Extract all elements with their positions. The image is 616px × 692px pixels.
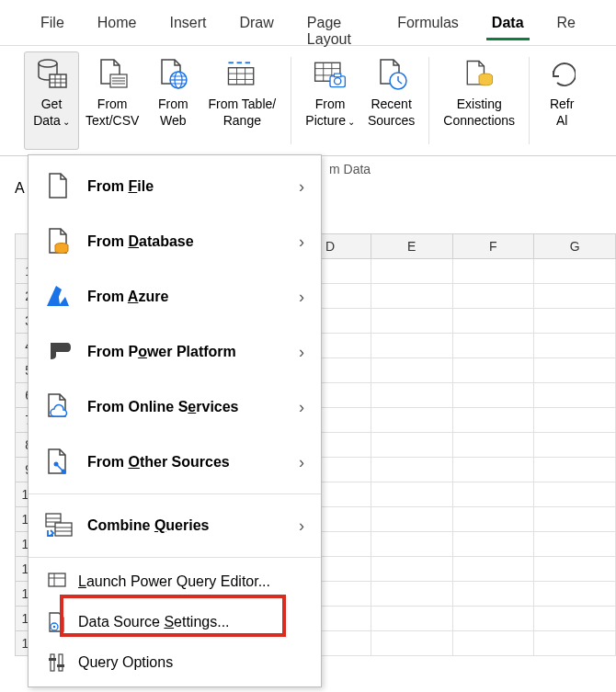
cell[interactable]	[534, 507, 616, 532]
menu-from-other-sources[interactable]: From Other Sources ›	[29, 435, 321, 490]
chevron-right-icon: ›	[299, 233, 304, 252]
cell[interactable]	[452, 284, 534, 309]
cell[interactable]	[371, 507, 452, 532]
cell[interactable]	[534, 334, 616, 358]
recent-sources-button[interactable]: Recent Sources	[361, 51, 421, 150]
tab-home[interactable]: Home	[81, 7, 154, 40]
cell[interactable]	[534, 557, 616, 582]
get-data-button[interactable]: Get Data⌄	[24, 51, 79, 150]
cell[interactable]	[452, 433, 534, 458]
menu-data-source-settings[interactable]: Data Source Settings...	[29, 602, 321, 642]
menu-label: From Online Services	[87, 399, 299, 415]
database-icon	[33, 56, 70, 93]
svg-line-38	[56, 464, 63, 471]
svg-rect-52	[49, 658, 56, 661]
cell[interactable]	[452, 482, 534, 507]
tab-insert[interactable]: Insert	[153, 7, 222, 40]
cell[interactable]	[534, 309, 616, 334]
cell[interactable]	[534, 631, 616, 656]
cell[interactable]	[452, 507, 534, 532]
cell[interactable]	[452, 607, 534, 631]
col-header[interactable]: G	[534, 234, 616, 259]
cell[interactable]	[534, 284, 616, 309]
menu-combine-queries[interactable]: Combine Queries ›	[29, 498, 321, 553]
menu-query-options[interactable]: Query Options	[29, 642, 321, 683]
cell[interactable]	[371, 557, 452, 582]
existing-connections-label: Existing Connections	[443, 96, 515, 129]
cell[interactable]	[534, 259, 616, 284]
cell[interactable]	[371, 433, 452, 458]
name-box[interactable]: A	[15, 180, 25, 197]
cell[interactable]	[452, 532, 534, 557]
cell[interactable]	[534, 607, 616, 631]
tab-formulas[interactable]: Formulas	[381, 7, 475, 40]
connections-icon	[461, 56, 497, 93]
cell[interactable]	[534, 383, 616, 408]
tab-draw[interactable]: Draw	[222, 7, 290, 40]
cell[interactable]	[534, 582, 616, 607]
cell[interactable]	[534, 532, 616, 557]
from-picture-button[interactable]: From Picture⌄	[299, 51, 361, 150]
cell[interactable]	[452, 557, 534, 582]
svg-rect-53	[57, 664, 64, 667]
chevron-right-icon: ›	[299, 453, 304, 472]
cell[interactable]	[452, 334, 534, 358]
col-header[interactable]: E	[371, 234, 452, 259]
cell[interactable]	[452, 309, 534, 334]
cell[interactable]	[534, 408, 616, 433]
cell[interactable]	[452, 458, 534, 482]
tab-file[interactable]: File	[24, 7, 81, 40]
cell[interactable]	[371, 631, 452, 656]
cell[interactable]	[371, 607, 452, 631]
cell[interactable]	[371, 582, 452, 607]
cell[interactable]	[371, 408, 452, 433]
cell[interactable]	[371, 532, 452, 557]
azure-icon	[43, 282, 74, 312]
svg-rect-1	[50, 74, 66, 87]
cell[interactable]	[371, 309, 452, 334]
cell[interactable]	[452, 383, 534, 408]
svg-rect-45	[49, 573, 65, 586]
cell[interactable]	[371, 482, 452, 507]
cell[interactable]	[452, 259, 534, 284]
menu-from-database[interactable]: From Database ›	[29, 214, 321, 269]
chevron-right-icon: ›	[299, 343, 304, 362]
existing-connections-button[interactable]: Existing Connections	[437, 51, 521, 150]
chevron-right-icon: ›	[299, 288, 304, 307]
refresh-all-button[interactable]: Refr Al	[537, 51, 587, 150]
from-text-csv-button[interactable]: From Text/CSV	[79, 51, 145, 150]
cell[interactable]	[534, 482, 616, 507]
cell[interactable]	[371, 383, 452, 408]
cell[interactable]	[452, 358, 534, 383]
tab-page-layout[interactable]: Page Layout	[291, 7, 381, 57]
cell[interactable]	[534, 358, 616, 383]
svg-rect-51	[59, 654, 63, 671]
cell[interactable]	[371, 358, 452, 383]
cell[interactable]	[371, 458, 452, 482]
menu-from-online-services[interactable]: From Online Services ›	[29, 380, 321, 435]
cell[interactable]	[371, 334, 452, 358]
combine-icon	[43, 511, 74, 540]
tab-data[interactable]: Data	[475, 7, 541, 40]
pq-editor-icon	[45, 571, 69, 593]
ribbon-tabs: File Home Insert Draw Page Layout Formul…	[0, 0, 616, 46]
cell[interactable]	[452, 408, 534, 433]
chevron-right-icon: ›	[299, 398, 304, 417]
cell[interactable]	[452, 582, 534, 607]
cell[interactable]	[534, 433, 616, 458]
cloud-file-icon	[43, 392, 74, 422]
ribbon: Get Data⌄ From Text/CSV	[0, 46, 616, 156]
tab-review-cut[interactable]: Re	[541, 7, 592, 40]
cell[interactable]	[534, 458, 616, 482]
from-web-button[interactable]: From Web	[145, 51, 200, 150]
col-header[interactable]: F	[452, 234, 534, 259]
menu-from-power-platform[interactable]: From Power Platform ›	[29, 324, 321, 380]
cell[interactable]	[371, 259, 452, 284]
from-table-range-button[interactable]: From Table/ Range	[200, 51, 283, 150]
menu-launch-power-query[interactable]: Launch Power Query Editor...	[29, 562, 321, 602]
cell[interactable]	[371, 284, 452, 309]
cell[interactable]	[452, 631, 534, 656]
menu-from-azure[interactable]: From Azure ›	[29, 269, 321, 324]
menu-from-file[interactable]: From File ›	[29, 159, 321, 214]
menu-label: From Azure	[87, 289, 299, 305]
